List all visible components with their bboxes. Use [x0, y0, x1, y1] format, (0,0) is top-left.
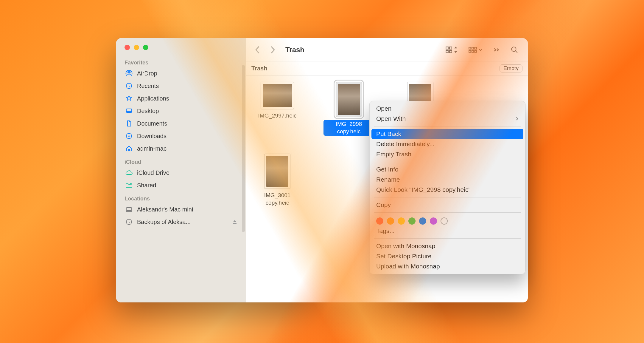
sidebar-item-label: AirDrop: [137, 70, 157, 77]
sidebar-item-label: iCloud Drive: [137, 169, 169, 176]
menu-item[interactable]: Upload with Monosnap: [370, 261, 525, 271]
tag-color[interactable]: [398, 217, 405, 225]
file-item[interactable]: IMG_2997.heic: [252, 82, 303, 136]
menu-item-label: Get Info: [376, 166, 399, 173]
menu-item[interactable]: Get Info: [370, 164, 525, 174]
menu-item[interactable]: Open With: [370, 114, 525, 124]
svg-rect-16: [475, 50, 476, 52]
sidebar-item-computer[interactable]: Aleksandr's Mac mini: [116, 203, 246, 216]
section-icloud-label: iCloud: [116, 155, 246, 166]
svg-rect-15: [472, 50, 474, 52]
file-item[interactable]: IMG_2998.heic: [395, 82, 446, 136]
tag-color[interactable]: [387, 217, 394, 225]
menu-item[interactable]: Tags...: [370, 226, 525, 236]
svg-rect-9: [446, 50, 448, 53]
desktop-icon: [125, 107, 133, 115]
menu-item[interactable]: Quick Look "IMG_2998 copy.heic": [370, 185, 525, 195]
file-thumbnail: [264, 154, 290, 189]
computer-icon: [125, 206, 133, 213]
location-label: Trash: [251, 65, 267, 72]
menu-item-label: Open With: [376, 115, 406, 122]
menu-item[interactable]: Empty Trash: [370, 149, 525, 159]
more-button[interactable]: [491, 46, 502, 53]
sidebar-item-airdrop[interactable]: AirDrop: [116, 67, 246, 80]
sidebar-item-label: Desktop: [137, 108, 159, 115]
group-button[interactable]: [466, 45, 485, 54]
view-mode-button[interactable]: [443, 45, 460, 55]
sidebar-item-downloads[interactable]: Downloads: [116, 130, 246, 142]
zoom-button[interactable]: [143, 45, 148, 50]
svg-point-1: [126, 83, 132, 89]
minimize-button[interactable]: [134, 45, 139, 50]
menu-separator: [374, 126, 521, 126]
menu-item[interactable]: Copy: [370, 200, 525, 210]
sidebar-item-desktop[interactable]: Desktop: [116, 105, 246, 117]
context-menu: OpenOpen WithPut BackDelete Immediately.…: [369, 101, 525, 274]
toolbar: Trash: [246, 38, 528, 61]
sidebar-item-backups[interactable]: Backups of Aleksa...: [116, 216, 246, 228]
svg-rect-11: [469, 47, 471, 49]
file-item[interactable]: IMG_2998 copy.heic: [323, 82, 374, 136]
close-button[interactable]: [125, 45, 130, 50]
finder-window: Favorites AirDrop Recents Applications D…: [116, 38, 528, 302]
sidebar-item-label: Applications: [137, 95, 169, 102]
svg-rect-5: [126, 208, 132, 211]
sidebar-item-recents[interactable]: Recents: [116, 80, 246, 92]
menu-item-label: Tags...: [376, 227, 395, 234]
svg-rect-2: [126, 109, 132, 112]
file-grid[interactable]: IMG_2997.heicIMG_2998 copy.heicIMG_2998.…: [246, 76, 528, 302]
window-controls: [116, 45, 246, 55]
sidebar-item-label: Downloads: [137, 133, 167, 140]
tag-color[interactable]: [408, 217, 416, 225]
tag-color[interactable]: [430, 217, 437, 225]
menu-item-label: Empty Trash: [376, 151, 411, 158]
sidebar-item-home[interactable]: admin-mac: [116, 142, 246, 155]
search-button[interactable]: [508, 45, 521, 55]
svg-point-17: [511, 47, 516, 51]
menu-item-label: Put Back: [376, 130, 401, 137]
svg-rect-8: [449, 47, 452, 49]
sidebar-item-documents[interactable]: Documents: [116, 117, 246, 130]
chevron-right-icon: [516, 117, 519, 121]
eject-icon[interactable]: [232, 220, 237, 224]
time-machine-icon: [125, 218, 133, 226]
menu-item[interactable]: Open with Monosnap: [370, 241, 525, 251]
clock-icon: [125, 82, 133, 90]
section-locations-label: Locations: [116, 191, 246, 203]
menu-item-label: Set Desktop Picture: [376, 253, 432, 260]
tag-none[interactable]: [441, 217, 448, 225]
window-title: Trash: [285, 46, 304, 54]
svg-point-4: [130, 183, 132, 185]
svg-point-0: [128, 72, 130, 74]
applications-icon: [125, 95, 133, 102]
menu-item[interactable]: Delete Immediately...: [370, 139, 525, 149]
sidebar-item-icloud-drive[interactable]: iCloud Drive: [116, 166, 246, 179]
shared-folder-icon: [125, 181, 133, 189]
tags-row: [370, 215, 525, 226]
tag-color[interactable]: [419, 217, 426, 225]
menu-separator: [374, 162, 521, 162]
empty-trash-button[interactable]: Empty: [500, 64, 522, 72]
back-button[interactable]: [253, 44, 262, 56]
menu-item[interactable]: Put Back: [371, 129, 523, 139]
section-favorites-label: Favorites: [116, 55, 246, 67]
svg-rect-14: [469, 50, 471, 52]
sidebar-item-label: Aleksandr's Mac mini: [137, 206, 193, 213]
sidebar-scrollbar[interactable]: [242, 65, 245, 232]
menu-item-label: Upload with Monosnap: [376, 263, 440, 270]
svg-rect-13: [475, 47, 476, 49]
file-thumbnail: [407, 82, 433, 117]
sidebar-item-applications[interactable]: Applications: [116, 92, 246, 105]
sidebar-item-label: Documents: [137, 120, 167, 127]
svg-point-6: [126, 219, 132, 225]
file-item[interactable]: IMG_3001 copy.heic: [252, 154, 303, 206]
sidebar-item-shared[interactable]: Shared: [116, 179, 246, 191]
document-icon: [125, 120, 133, 127]
file-name: IMG_3001 copy.heic: [252, 192, 303, 206]
menu-item-label: Copy: [376, 201, 391, 208]
forward-button[interactable]: [268, 44, 277, 56]
menu-item[interactable]: Set Desktop Picture: [370, 251, 525, 261]
menu-item[interactable]: Rename: [370, 174, 525, 185]
tag-color[interactable]: [376, 217, 383, 225]
menu-item[interactable]: Open: [370, 103, 525, 114]
